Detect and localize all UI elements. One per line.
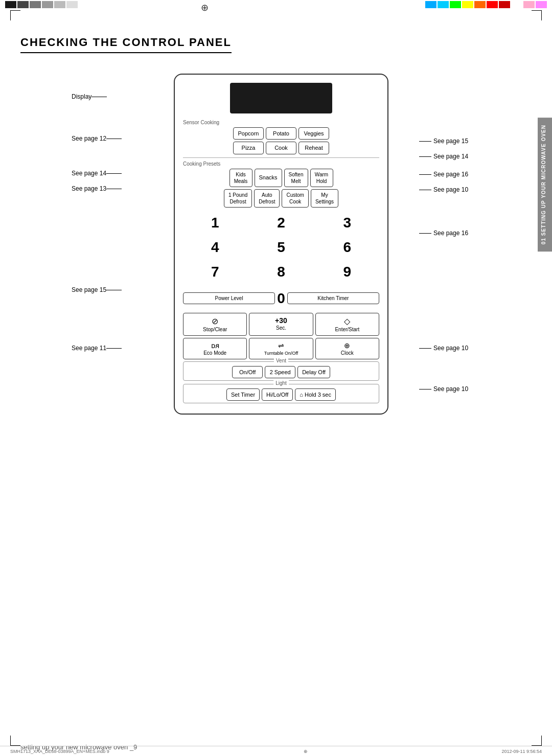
outer-wrapper: Display See page 12 See page 14 See page… <box>72 74 480 415</box>
ann-see11-line <box>106 348 122 349</box>
cooking-presets-label: Cooking Presets <box>183 161 379 167</box>
btn-7[interactable]: 7 <box>183 261 247 283</box>
ann-see14: See page 14 <box>72 170 122 177</box>
btn-8[interactable]: 8 <box>249 261 313 283</box>
clock-label: Clock <box>341 350 354 356</box>
ann-see13-text: See page 13 <box>72 185 106 192</box>
color-swatch-right <box>474 1 486 8</box>
file-name: SMH1713_XAA_DE68-03899A_EN+MES.indb 9 <box>10 749 109 754</box>
ann-see13-line <box>106 189 122 189</box>
btn-plus30[interactable]: +30 Sec. <box>249 313 313 336</box>
btn-delay-off[interactable]: Delay Off <box>297 366 330 378</box>
plus30-icon: +30 <box>251 316 310 325</box>
see10r-text: See page 10 <box>433 186 468 193</box>
color-swatch-right <box>450 1 461 8</box>
color-swatch-right <box>487 1 498 8</box>
btn-2speed[interactable]: 2 Speed <box>265 366 295 378</box>
control-panel: Sensor Cooking Popcorn Potato Veggies Pi… <box>174 74 388 415</box>
btn-auto-defrost[interactable]: AutoDefrost <box>254 189 280 208</box>
btn-warm-hold[interactable]: WarmHold <box>310 169 333 187</box>
page-title: CHECKING THE CONTROL PANEL <box>20 36 232 53</box>
btn-hold3sec[interactable]: ⌂ Hold 3 sec <box>295 388 336 401</box>
btn-eco-mode[interactable]: ᴅᴙ Eco Mode <box>183 338 247 359</box>
btn-veggies[interactable]: Veggies <box>298 127 329 140</box>
turntable-label: Turntable On/Off <box>264 351 298 356</box>
btn-6[interactable]: 6 <box>315 236 379 259</box>
color-swatch-right <box>523 1 535 8</box>
color-swatch-right <box>462 1 473 8</box>
color-swatch-right <box>536 1 547 8</box>
color-swatch-left <box>79 1 90 8</box>
sensor-cooking-label: Sensor Cooking <box>183 120 379 125</box>
center-panel: Sensor Cooking Popcorn Potato Veggies Pi… <box>148 74 414 415</box>
color-swatch-left <box>66 1 78 8</box>
bottom-bar: SMH1713_XAA_DE68-03899A_EN+MES.indb 9 ⊕ … <box>0 746 552 756</box>
btn-pizza[interactable]: Pizza <box>233 142 264 154</box>
color-swatch-left <box>54 1 65 8</box>
ann-see16r: See page 16 <box>419 171 468 178</box>
ann-see14-line <box>106 173 122 174</box>
color-swatch-left <box>5 1 16 8</box>
btn-set-timer[interactable]: Set Timer <box>226 388 260 401</box>
color-swatch-left <box>42 1 53 8</box>
btn-turntable[interactable]: ⇌ Turntable On/Off <box>249 338 313 359</box>
turntable-icon: ⇌ <box>251 341 310 350</box>
ann-see14r: See page 14 <box>419 153 468 160</box>
color-swatch-right <box>511 1 522 8</box>
ann-see12-line <box>106 139 122 139</box>
btn-enter-start[interactable]: ◇ Enter/Start <box>315 313 379 336</box>
ann-see16r2: See page 16 <box>419 230 468 237</box>
reg-mark-top: ⊕ <box>201 2 209 9</box>
btn-4[interactable]: 4 <box>183 236 247 259</box>
ann-display-text: Display <box>72 93 91 100</box>
eco-mode-label: Eco Mode <box>203 350 226 356</box>
btn-my-settings[interactable]: MySettings <box>311 189 338 208</box>
see10r2-text: See page 10 <box>433 345 468 352</box>
see10r-line <box>419 190 431 190</box>
btn-1pound-defrost[interactable]: 1 PoundDefrost <box>224 189 252 208</box>
see10r3-text: See page 10 <box>433 385 468 393</box>
btn-3[interactable]: 3 <box>315 212 379 234</box>
color-swatch-right <box>425 1 436 8</box>
btn-popcorn[interactable]: Popcorn <box>233 127 264 140</box>
see16r2-text: See page 16 <box>433 230 468 237</box>
btn-snacks[interactable]: Snacks <box>255 169 282 187</box>
btn-kids-meals[interactable]: KidsMeals <box>229 169 252 187</box>
btn-custom-cook[interactable]: CustomCook <box>282 189 308 208</box>
btn-reheat[interactable]: Reheat <box>298 142 329 154</box>
clock-icon: ⊕ <box>318 341 377 350</box>
see14r-text: See page 14 <box>433 153 468 160</box>
zero-row: Power Level 0 Kitchen Timer <box>183 287 379 310</box>
btn-on-off[interactable]: On/Off <box>232 366 263 378</box>
see15r-line <box>419 141 431 142</box>
see15r-text: See page 15 <box>433 138 468 145</box>
hold3sec-label: Hold 3 sec <box>305 392 331 398</box>
btn-5[interactable]: 5 <box>249 236 313 259</box>
ann-see10r2: See page 10 <box>419 345 468 352</box>
display-screen <box>230 83 332 113</box>
btn-0[interactable]: 0 <box>277 287 285 310</box>
btn-stop-clear[interactable]: ⊘ Stop/Clear <box>183 313 247 336</box>
see16r2-line <box>419 233 431 234</box>
sensor-row1: Popcorn Potato Veggies <box>183 127 379 140</box>
btn-potato[interactable]: Potato <box>266 127 296 140</box>
stop-clear-icon: ⊘ <box>186 316 244 326</box>
btn-cook[interactable]: Cook <box>266 142 296 154</box>
light-buttons: Set Timer Hi/Lo/Off ⌂ Hold 3 sec <box>186 388 377 401</box>
light-label: Light <box>273 380 289 386</box>
numpad: 1 2 3 4 5 6 7 8 9 <box>183 212 379 283</box>
btn-hi-lo-off[interactable]: Hi/Lo/Off <box>262 388 293 401</box>
light-section: Light Set Timer Hi/Lo/Off ⌂ Hold 3 sec <box>183 384 379 403</box>
ann-display-line <box>91 97 107 97</box>
preset-row1: KidsMeals Snacks SoftenMelt WarmHold <box>183 169 379 187</box>
btn-soften-melt[interactable]: SoftenMelt <box>284 169 308 187</box>
btn-9[interactable]: 9 <box>315 261 379 283</box>
btn-kitchen-timer[interactable]: Kitchen Timer <box>287 292 379 304</box>
btn-clock[interactable]: ⊕ Clock <box>315 338 379 359</box>
side-tab: 01 SETTING UP YOUR MICROWAVE OVEN <box>538 118 552 251</box>
btn-power-level[interactable]: Power Level <box>183 292 275 304</box>
see16r-line <box>419 174 431 175</box>
ann-see15-text: See page 15 <box>72 286 106 293</box>
btn-2[interactable]: 2 <box>249 212 313 234</box>
btn-1[interactable]: 1 <box>183 212 247 234</box>
